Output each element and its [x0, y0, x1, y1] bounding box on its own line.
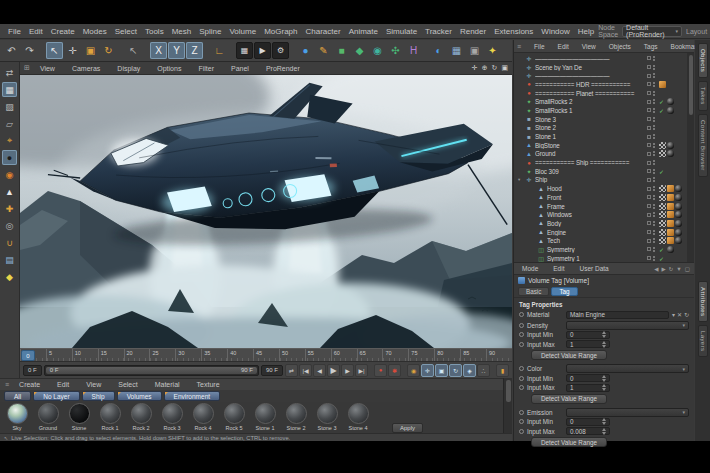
layer-toggle[interactable]: [647, 135, 651, 139]
object-row[interactable]: Stone 2: [514, 124, 686, 133]
orange-tag[interactable]: [667, 211, 674, 218]
menu-item[interactable]: File: [4, 27, 25, 36]
layer-toggle[interactable]: [647, 195, 651, 199]
layer-toggle[interactable]: [647, 56, 651, 60]
visibility-toggles[interactable]: [647, 91, 655, 96]
anim-dot[interactable]: [519, 312, 524, 317]
goto-start-button[interactable]: |◀: [299, 364, 312, 377]
cube-icon[interactable]: ■: [333, 42, 350, 59]
menu-item[interactable]: Mesh: [168, 27, 196, 36]
visibility-dots[interactable]: [653, 186, 655, 191]
menu-item[interactable]: Volume: [225, 27, 260, 36]
layer-toggle[interactable]: [647, 213, 651, 217]
coord-system-icon[interactable]: ∟: [211, 42, 228, 59]
object-manager-menu-item[interactable]: Tags: [640, 43, 662, 50]
move-icon[interactable]: ✛: [64, 42, 81, 59]
layer-toggle[interactable]: [647, 161, 651, 165]
input-min-field[interactable]: 0: [566, 418, 610, 426]
gradient-dropdown[interactable]: ▾: [566, 364, 689, 373]
material-preview-sphere[interactable]: [38, 403, 59, 424]
visibility-toggles[interactable]: [647, 256, 655, 261]
material-item[interactable]: Ground: [33, 403, 63, 433]
filter-icon[interactable]: ▼: [676, 266, 681, 272]
make-editable-icon[interactable]: ⇄: [2, 65, 17, 80]
object-icon[interactable]: [537, 255, 545, 262]
object-row[interactable]: Symmetry: [514, 245, 686, 254]
checker-tag[interactable]: [659, 211, 666, 218]
visibility-toggles[interactable]: [647, 195, 655, 200]
visibility-dots[interactable]: [653, 73, 655, 78]
anim-dot[interactable]: [519, 376, 524, 381]
render-view-icon[interactable]: ▦: [236, 42, 253, 59]
material-field[interactable]: Main Engine: [566, 311, 669, 319]
material-item[interactable]: Stone: [64, 403, 94, 433]
attribute-menu-item[interactable]: Mode: [518, 265, 542, 272]
checker-tag[interactable]: [659, 185, 666, 192]
nav-back-icon[interactable]: ◀: [654, 266, 658, 272]
object-row[interactable]: =========== HDR ===========: [514, 80, 686, 89]
spinner-icon[interactable]: [602, 331, 606, 338]
layer-toggle[interactable]: [647, 256, 651, 260]
sphere-tag[interactable]: [675, 229, 682, 236]
layer-toggle[interactable]: [647, 91, 651, 95]
material-preview-sphere[interactable]: [286, 403, 307, 424]
visibility-dots[interactable]: [653, 177, 655, 182]
layer-toggle[interactable]: [647, 108, 651, 112]
material-scrollbar[interactable]: [503, 378, 512, 433]
visibility-dots[interactable]: [653, 160, 655, 165]
history-icon[interactable]: ↻: [669, 266, 674, 272]
layer-toggle[interactable]: [647, 169, 651, 173]
viewport-menu-item[interactable]: Cameras: [68, 65, 104, 72]
object-icon[interactable]: [537, 212, 545, 218]
orange-tag[interactable]: [667, 194, 674, 201]
apply-button[interactable]: Apply: [392, 423, 423, 433]
object-row[interactable]: ▾ Ship: [514, 176, 686, 185]
visibility-dots[interactable]: [653, 212, 655, 217]
visibility-toggles[interactable]: [647, 186, 655, 191]
current-frame-field[interactable]: 0 F: [23, 365, 42, 376]
material-item[interactable]: Rock 4: [188, 403, 218, 433]
object-icon[interactable]: [537, 203, 545, 209]
panel-tab[interactable]: Content Browser: [698, 114, 708, 177]
layer-toggle[interactable]: [647, 239, 651, 243]
sphere-tag[interactable]: [667, 246, 674, 253]
layer-toggle[interactable]: [647, 152, 651, 156]
object-row[interactable]: Stone 1: [514, 132, 686, 141]
object-manager-menu-item[interactable]: File: [530, 43, 548, 50]
spinner-icon[interactable]: [602, 375, 606, 382]
visibility-dots[interactable]: [653, 117, 655, 122]
object-icon[interactable]: [525, 142, 533, 148]
lock-icon[interactable]: ▢: [685, 266, 690, 272]
object-manager-menu-item[interactable]: Edit: [554, 43, 573, 50]
timeline-playhead[interactable]: 0: [21, 350, 35, 361]
visibility-dots[interactable]: [653, 125, 655, 130]
light-icon[interactable]: ✦: [484, 42, 501, 59]
viewport-menu-item[interactable]: View: [36, 65, 59, 72]
visibility-dots[interactable]: [653, 169, 655, 174]
menu-item[interactable]: Extensions: [490, 27, 537, 36]
visibility-toggles[interactable]: [647, 151, 655, 156]
menu-item[interactable]: Tools: [141, 27, 168, 36]
object-row[interactable]: =========== Planet ===========: [514, 89, 686, 98]
material-menu-item[interactable]: Select: [114, 381, 141, 388]
checker-tag[interactable]: [659, 203, 666, 210]
object-icon[interactable]: [525, 64, 533, 71]
visibility-dots[interactable]: [653, 204, 655, 209]
simulate-icon[interactable]: ◉: [369, 42, 386, 59]
menu-item[interactable]: Spline: [195, 27, 225, 36]
material-item[interactable]: Sky: [2, 403, 32, 433]
rotate-icon[interactable]: ↻: [100, 42, 117, 59]
sphere-tag[interactable]: [675, 194, 682, 201]
sphere-tag[interactable]: [667, 107, 674, 114]
visibility-toggles[interactable]: [647, 204, 655, 209]
orange-tag[interactable]: [667, 203, 674, 210]
detect-value-range-button[interactable]: Detect Value Range: [531, 394, 607, 404]
sphere-tag[interactable]: [675, 220, 682, 227]
spinner-icon[interactable]: [602, 384, 606, 391]
anim-dot[interactable]: [519, 410, 524, 415]
material-menu-item[interactable]: Edit: [53, 381, 73, 388]
object-icon[interactable]: [525, 125, 533, 131]
menu-item[interactable]: Animate: [345, 27, 382, 36]
panel-tab[interactable]: Layers: [698, 325, 708, 357]
visibility-toggles[interactable]: [647, 56, 655, 61]
